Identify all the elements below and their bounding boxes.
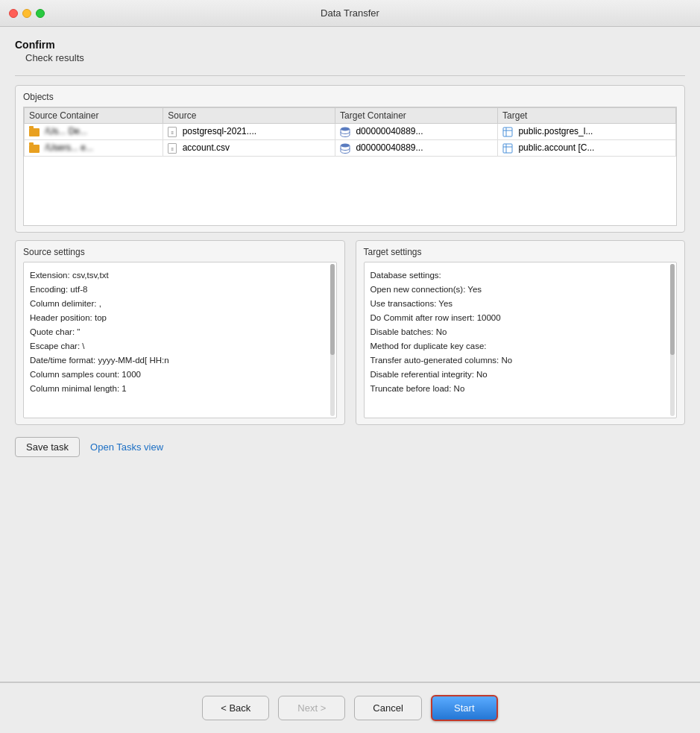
back-button[interactable]: < Back	[202, 696, 269, 720]
db-icon	[340, 127, 350, 137]
target-settings-text: Database settings: Open new connection(s…	[371, 268, 671, 396]
objects-section-label: Objects	[23, 92, 677, 102]
header-divider	[15, 75, 685, 76]
settings-row: Source settings Extension: csv,tsv,txt E…	[15, 240, 685, 425]
footer: < Back Next > Cancel Start	[0, 682, 700, 733]
row1-target-container: d00000040889...	[335, 124, 498, 140]
svg-point-0	[341, 127, 350, 130]
table-row[interactable]: /Us... De... ≡ postgresql-2021.... d0000…	[25, 124, 676, 140]
target-settings-content[interactable]: Database settings: Open new connection(s…	[364, 262, 678, 418]
main-content: Confirm Check results Objects Source Con…	[0, 27, 700, 682]
db-icon	[340, 143, 350, 154]
svg-rect-5	[503, 144, 512, 153]
row2-source: ≡ account.csv	[163, 139, 335, 156]
next-button[interactable]: Next >	[278, 696, 345, 720]
start-button[interactable]: Start	[431, 695, 498, 721]
target-scrollbar-thumb	[670, 264, 675, 355]
titlebar: Data Transfer	[0, 0, 700, 27]
objects-table-body: /Us... De... ≡ postgresql-2021.... d0000…	[25, 124, 676, 157]
target-settings-label: Target settings	[364, 247, 678, 257]
source-settings-label: Source settings	[23, 247, 337, 257]
row2-target: public.account [C...	[498, 139, 676, 156]
folder-icon	[29, 145, 40, 153]
cancel-button[interactable]: Cancel	[354, 696, 421, 720]
col-target: Target	[498, 108, 676, 124]
objects-table-header: Source Container Source Target Container…	[25, 108, 676, 124]
close-button[interactable]	[9, 9, 18, 18]
page-header: Confirm Check results	[15, 39, 685, 63]
page-title: Confirm	[15, 39, 685, 51]
table-row[interactable]: /Users... e... ≡ account.csv d0000004088…	[25, 139, 676, 156]
target-scrollbar[interactable]	[670, 264, 675, 416]
row1-source: ≡ postgresql-2021....	[163, 124, 335, 140]
row2-target-container: d00000040889...	[335, 139, 498, 156]
table-icon	[502, 143, 513, 154]
col-source-container: Source Container	[25, 108, 163, 124]
minimize-button[interactable]	[22, 9, 31, 18]
maximize-button[interactable]	[36, 9, 45, 18]
folder-icon	[29, 128, 40, 136]
col-target-container: Target Container	[335, 108, 498, 124]
traffic-lights[interactable]	[9, 9, 45, 18]
page-subtitle: Check results	[25, 52, 685, 63]
spacer	[15, 469, 685, 670]
source-scrollbar[interactable]	[330, 264, 335, 416]
source-settings-box: Source settings Extension: csv,tsv,txt E…	[15, 240, 345, 425]
objects-section: Objects Source Container Source Target C…	[15, 85, 685, 233]
open-tasks-link[interactable]: Open Tasks view	[90, 441, 163, 453]
source-settings-text: Extension: csv,tsv,txt Encoding: utf-8 C…	[30, 268, 330, 396]
actions-row: Save task Open Tasks view	[15, 432, 685, 462]
col-source: Source	[163, 108, 335, 124]
file-icon: ≡	[168, 143, 177, 154]
objects-table-wrapper: Source Container Source Target Container…	[23, 107, 677, 226]
target-settings-box: Target settings Database settings: Open …	[356, 240, 686, 425]
source-scrollbar-thumb	[330, 264, 335, 355]
svg-point-4	[341, 143, 350, 147]
table-icon	[502, 127, 513, 137]
row2-source-container: /Users... e...	[25, 139, 163, 156]
save-task-button[interactable]: Save task	[15, 437, 80, 457]
svg-rect-1	[503, 128, 512, 136]
objects-table: Source Container Source Target Container…	[24, 107, 676, 157]
source-settings-content[interactable]: Extension: csv,tsv,txt Encoding: utf-8 C…	[23, 262, 337, 418]
row1-target: public.postgres_l...	[498, 124, 676, 140]
window-title: Data Transfer	[321, 7, 379, 19]
file-icon: ≡	[168, 127, 177, 137]
row1-source-container: /Us... De...	[25, 124, 163, 140]
